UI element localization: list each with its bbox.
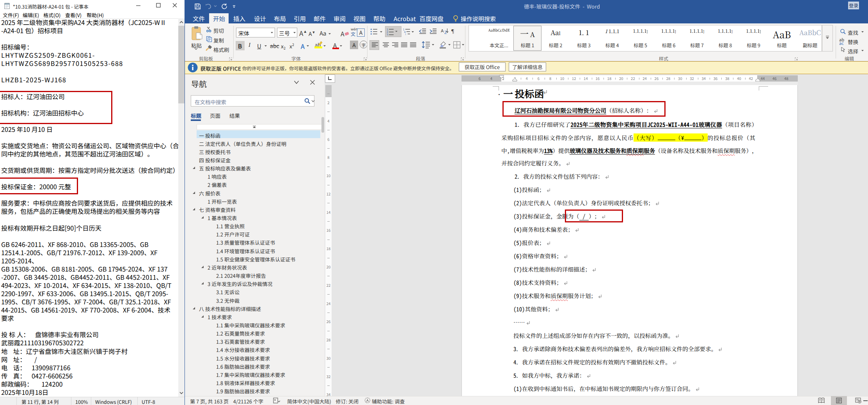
svg-text:3: 3 xyxy=(387,34,388,36)
svg-text:A: A xyxy=(441,28,444,33)
svg-text:1: 1 xyxy=(387,28,388,31)
svg-text:2: 2 xyxy=(387,31,388,34)
svg-text:Z: Z xyxy=(444,30,447,35)
svg-text:i: i xyxy=(405,33,406,35)
